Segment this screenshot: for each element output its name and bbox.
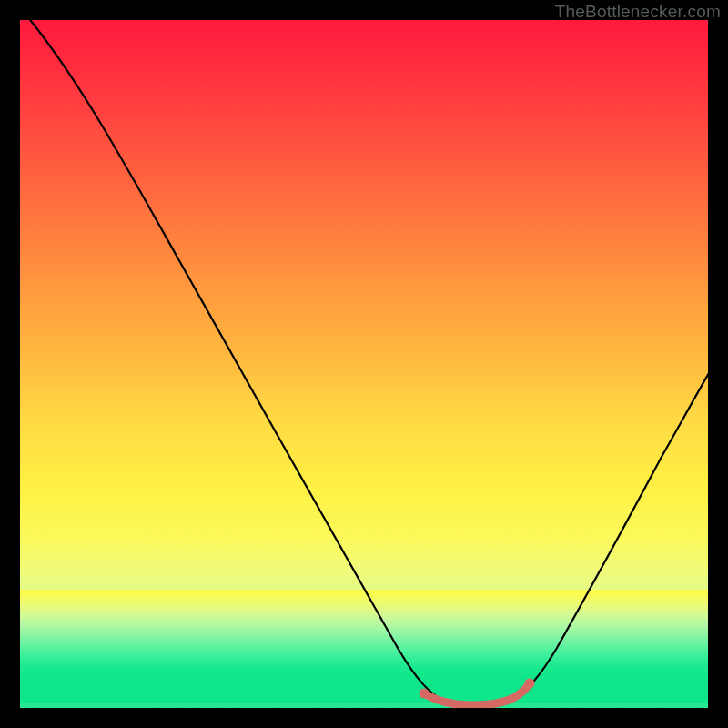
range-start-dot xyxy=(420,689,430,699)
bottleneck-curve xyxy=(27,20,708,704)
curve-layer xyxy=(20,20,708,708)
attribution-label: TheBottlenecker.com xyxy=(555,2,721,22)
chart-frame: TheBottlenecker.com xyxy=(0,0,728,728)
range-end-dot xyxy=(525,679,535,689)
plot-area xyxy=(20,20,708,708)
optimal-range-marker xyxy=(424,683,530,705)
